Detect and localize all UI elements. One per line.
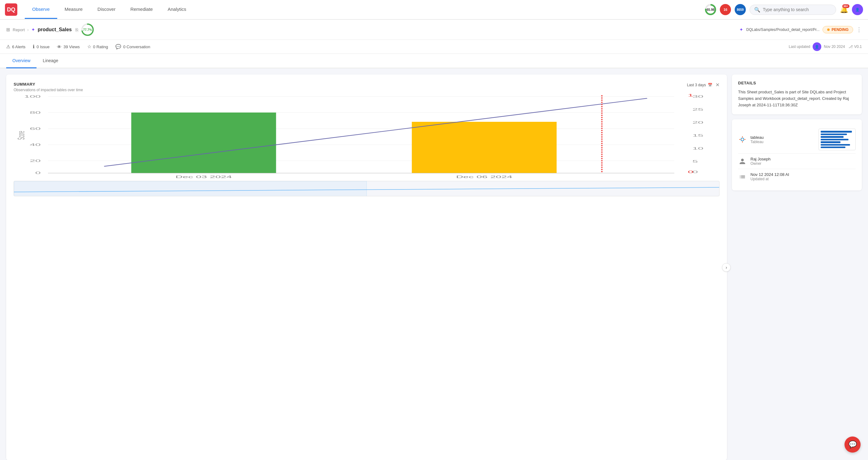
last-updated: Last updated 👤 Nov 20 2024 <box>789 42 845 51</box>
nav-remediate[interactable]: Remediate <box>123 0 160 19</box>
copy-icon[interactable]: ⎘ <box>75 27 78 32</box>
chat-icon: 💬 <box>848 440 857 449</box>
svg-text:15: 15 <box>692 134 704 137</box>
avatar-initials: 👤 <box>855 8 860 12</box>
expand-panel-button[interactable]: › <box>722 263 731 272</box>
thumb-line-2 <box>821 134 847 135</box>
chart-container: 100 80 60 40 20 0 Score 30 25 20 15 <box>13 92 719 179</box>
owner-sublabel: Owner <box>750 161 856 166</box>
summary-subtitle: Observations of impacted tables over tim… <box>13 88 719 92</box>
score-ring: 77.7% <box>81 23 94 36</box>
svg-text:Dec 03 2024: Dec 03 2024 <box>176 175 232 179</box>
updated-label: Nov 12 2024 12:08 AI <box>750 172 856 177</box>
info-row-owner: Raj Joseph Owner <box>738 154 856 169</box>
conversation-count: 0 Conversation <box>123 44 150 49</box>
bar-dec06[interactable] <box>412 122 557 173</box>
views-count: 39 Views <box>63 44 80 49</box>
report-icon: ⊞ <box>6 27 10 32</box>
breadcrumb-bar: ⊞ Report › ✦ product_Sales ⎘ 77.7% ✦ DQL… <box>0 20 868 40</box>
svg-rect-30 <box>742 136 743 138</box>
svg-rect-37 <box>741 140 744 141</box>
thumb-line-6 <box>821 144 850 145</box>
nav-items: Observe Measure Discover Remediate Analy… <box>25 0 703 19</box>
breadcrumb-parent[interactable]: Report <box>13 28 25 32</box>
info-card: tableau Tableau <box>732 119 862 190</box>
tableau-thumbnail <box>818 129 856 150</box>
chat-button[interactable]: 💬 <box>844 436 861 453</box>
chart-minimap[interactable] <box>13 181 719 196</box>
tableau-info: tableau Tableau <box>750 135 815 144</box>
bar-dec03[interactable] <box>131 112 276 173</box>
svg-text:25: 25 <box>692 107 704 111</box>
breadcrumb-title: product_Sales <box>38 27 72 32</box>
tableau-icon <box>738 135 747 144</box>
notifications[interactable]: 🔔 99+ <box>840 6 848 13</box>
conversation-item[interactable]: 💬 0 Conversation <box>115 44 150 50</box>
calendar-icon: 📅 <box>708 83 712 87</box>
tab-lineage[interactable]: Lineage <box>36 54 64 68</box>
nav-discover[interactable]: Discover <box>90 0 123 19</box>
updated-sublabel: Updated at <box>750 177 856 181</box>
thumb-line-1 <box>821 131 852 132</box>
nav-right: 65.98 16 8659 🔍 🔔 99+ 👤 <box>705 4 863 15</box>
minimap-svg <box>14 181 719 196</box>
tableau-label: tableau <box>750 135 815 140</box>
meta-bar: ⚠ 6 Alerts ℹ 0 Issue 👁 39 Views ☆ 0 Rati… <box>0 40 868 54</box>
thumb-line-7 <box>821 146 845 148</box>
last-updated-label: Last updated <box>789 44 810 49</box>
product-icon: ✦ <box>31 27 35 32</box>
user-avatar[interactable]: 👤 <box>852 4 863 15</box>
path-area: ✦ DQLabs/Samples/Product_detail_report/P… <box>739 26 862 33</box>
chart-controls: Last 3 days 📅 ✕ <box>687 82 719 88</box>
views-item[interactable]: 👁 39 Views <box>57 44 80 50</box>
thumb-line-3 <box>821 136 843 138</box>
alerts-count: 6 Alerts <box>12 44 25 49</box>
app-logo[interactable]: DQ <box>5 3 17 16</box>
rating-icon: ☆ <box>87 44 91 50</box>
navbar: DQ Observe Measure Discover Remediate An… <box>0 0 868 20</box>
alerts-item[interactable]: ⚠ 6 Alerts <box>6 44 25 50</box>
search-bar[interactable]: 🔍 <box>749 5 836 15</box>
updated-icon <box>738 172 747 181</box>
tab-overview[interactable]: Overview <box>6 54 36 68</box>
notif-count: 99+ <box>842 4 849 8</box>
last-updated-date: Nov 20 2024 <box>824 44 845 49</box>
svg-text:100: 100 <box>24 95 41 98</box>
issues-item[interactable]: ℹ 0 Issue <box>33 44 50 50</box>
score-badge[interactable]: 65.98 <box>705 4 716 15</box>
svg-text:80: 80 <box>30 111 41 114</box>
version-icon: ⎇ <box>848 44 853 49</box>
svg-rect-36 <box>741 138 744 138</box>
svg-text:Dec 06 2024: Dec 06 2024 <box>456 175 512 179</box>
owner-info: Raj Joseph Owner <box>750 157 856 166</box>
alert-badge[interactable]: 16 <box>720 4 731 15</box>
search-input[interactable] <box>763 7 832 12</box>
date-range-label: Last 3 days <box>687 83 706 87</box>
more-options-icon[interactable]: ⋮ <box>856 26 862 33</box>
version: ⎇ V0.1 <box>848 44 862 49</box>
chart-close-icon[interactable]: ✕ <box>715 82 719 88</box>
svg-text:5: 5 <box>692 160 698 163</box>
right-panel: DETAILS This Sheet product_Sales is part… <box>732 74 862 460</box>
owner-name: Raj Joseph <box>750 157 856 161</box>
svg-rect-31 <box>742 141 743 142</box>
views-icon: 👁 <box>57 44 62 50</box>
nav-observe[interactable]: Observe <box>25 0 57 19</box>
conversation-icon: 💬 <box>115 44 121 50</box>
score-value: 65.98 <box>707 6 715 13</box>
svg-text:1: 1 <box>688 93 693 97</box>
tab-bar: Overview Lineage <box>0 54 868 68</box>
tableau-sublabel: Tableau <box>750 140 815 144</box>
details-card: DETAILS This Sheet product_Sales is part… <box>732 74 862 114</box>
nav-analytics[interactable]: Analytics <box>160 0 194 19</box>
info-row-tableau: tableau Tableau <box>738 126 856 154</box>
svg-text:0: 0 <box>35 171 41 175</box>
date-range-selector[interactable]: Last 3 days 📅 <box>687 83 712 87</box>
nav-measure[interactable]: Measure <box>57 0 90 19</box>
pending-badge: PENDING <box>823 26 853 33</box>
rating-item[interactable]: ☆ 0 Rating <box>87 44 108 50</box>
pending-label: PENDING <box>832 28 848 32</box>
path-text: DQLabs/Samples/Product_detail_report/Pr.… <box>746 28 820 32</box>
thumb-line-4 <box>821 139 848 140</box>
issue-badge[interactable]: 8659 <box>735 4 746 15</box>
